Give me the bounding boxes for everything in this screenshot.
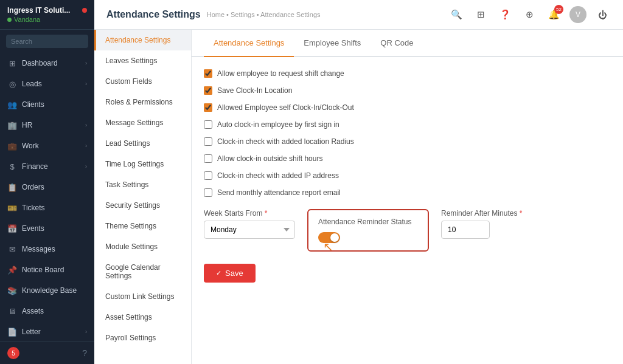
sidebar-item-hr[interactable]: 🏢 HR › <box>0 115 94 136</box>
tab-qr-code[interactable]: QR Code <box>371 30 423 57</box>
allowed-self-clock-checkbox[interactable] <box>204 103 212 112</box>
power-icon-button[interactable]: ⏻ <box>594 6 611 23</box>
dashboard-icon: ⊞ <box>7 58 17 68</box>
chevron-right-icon: › <box>85 60 87 66</box>
work-icon: 💼 <box>7 141 17 151</box>
auto-clock-in-checkbox[interactable] <box>204 120 212 129</box>
sidebar-item-notice-board[interactable]: 📌 Notice Board <box>0 259 94 280</box>
toggle-wrapper <box>318 232 418 243</box>
sidebar-item-label: HR <box>22 121 85 129</box>
left-panel-item-module-settings[interactable]: Module Settings <box>94 236 191 257</box>
checkbox-row-7: Clock-in check with added IP address <box>204 171 611 180</box>
left-panel-item-lead-settings[interactable]: Lead Settings <box>94 133 191 154</box>
red-dot-indicator <box>82 8 87 13</box>
checkbox-row-4: Auto clock-in employee by first sign in <box>204 120 611 129</box>
chevron-right-icon: › <box>85 143 87 149</box>
check-icon: ✓ <box>216 269 221 277</box>
auto-clock-in-label: Auto clock-in employee by first sign in <box>217 120 339 129</box>
content-area: Attendance Settings Leaves Settings Cust… <box>94 30 623 364</box>
orders-icon: 📋 <box>7 182 17 192</box>
sidebar-item-work[interactable]: 💼 Work › <box>0 136 94 156</box>
sidebar-nav: ⊞ Dashboard › ◎ Leads › 👥 Clients 🏢 HR ›… <box>0 53 94 342</box>
left-panel-item-google-calendar[interactable]: Google Calendar Settings <box>94 257 191 286</box>
sidebar-item-label: Leads <box>22 80 85 88</box>
left-panel-item-custom-fields[interactable]: Custom Fields <box>94 71 191 92</box>
user-name: Vandana <box>14 16 40 23</box>
checkbox-row-2: Save Clock-In Location <box>204 86 611 95</box>
checkbox-row-5: Clock-in check with added location Radiu… <box>204 137 611 146</box>
chevron-right-icon: › <box>85 122 87 128</box>
monthly-report-email-checkbox[interactable] <box>204 188 212 197</box>
left-panel-item-asset-settings[interactable]: Asset Settings <box>94 307 191 328</box>
search-icon-button[interactable]: 🔍 <box>448 6 465 23</box>
sidebar-item-label: Knowledge Base <box>22 286 87 295</box>
sidebar-item-label: Events <box>22 224 87 233</box>
left-panel-item-task-settings[interactable]: Task Settings <box>94 174 191 195</box>
sidebar: Ingress IT Soluti... Vandana ⊞ Dashboard… <box>0 0 94 364</box>
grid-icon-button[interactable]: ⊞ <box>472 6 489 23</box>
sidebar-item-clients[interactable]: 👥 Clients <box>0 94 94 115</box>
sidebar-item-orders[interactable]: 📋 Orders <box>0 177 94 197</box>
save-clock-in-location-label: Save Clock-In Location <box>217 86 292 95</box>
breadcrumb: Home • Settings • Attendance Settings <box>207 11 321 18</box>
sidebar-item-leads[interactable]: ◎ Leads › <box>0 74 94 94</box>
save-clock-in-location-checkbox[interactable] <box>204 86 212 95</box>
chevron-right-icon: › <box>85 329 87 335</box>
attendance-reminder-toggle[interactable] <box>318 232 340 243</box>
finance-icon: $ <box>7 162 17 171</box>
events-icon: 📅 <box>7 224 17 233</box>
left-panel-item-time-log-settings[interactable]: Time Log Settings <box>94 154 191 174</box>
sidebar-item-knowledge-base[interactable]: 📚 Knowledge Base <box>0 280 94 301</box>
chevron-right-icon: › <box>85 163 87 170</box>
checkbox-row-1: Allow employee to request shift change <box>204 69 611 78</box>
form-row-week-reminder: Week Starts From * Monday Tuesday Wednes… <box>204 209 611 252</box>
help-icon[interactable]: ? <box>82 348 87 358</box>
page-title: Attendance Settings <box>106 9 201 20</box>
sidebar-item-letter[interactable]: 📄 Letter › <box>0 321 94 342</box>
avatar[interactable]: V <box>569 6 586 23</box>
sidebar-item-label: Assets <box>22 307 87 315</box>
allow-shift-change-checkbox[interactable] <box>204 69 212 78</box>
sidebar-item-assets[interactable]: 🖥 Assets <box>0 301 94 321</box>
sidebar-item-dashboard[interactable]: ⊞ Dashboard › <box>0 53 94 74</box>
left-panel-item-security-settings[interactable]: Security Settings <box>94 195 191 216</box>
plus-icon-button[interactable]: ⊕ <box>521 6 538 23</box>
notification-icon-button[interactable]: 🔔 52 <box>545 6 562 23</box>
tab-attendance-settings[interactable]: Attendance Settings <box>204 30 294 57</box>
left-panel-item-message-settings[interactable]: Message Settings <box>94 112 191 133</box>
letter-icon: 📄 <box>7 327 17 337</box>
allow-clock-in-outside-checkbox[interactable] <box>204 154 212 163</box>
save-button-label: Save <box>225 269 243 278</box>
left-panel-item-leaves-settings[interactable]: Leaves Settings <box>94 50 191 71</box>
left-panel-item-attendance-settings[interactable]: Attendance Settings <box>94 30 191 50</box>
sidebar-item-label: Dashboard <box>22 59 85 67</box>
left-panel-item-payroll-settings[interactable]: Payroll Settings <box>94 328 191 348</box>
save-button[interactable]: ✓ Save <box>204 264 256 283</box>
left-panel-item-custom-link[interactable]: Custom Link Settings <box>94 286 191 307</box>
settings-form: Allow employee to request shift change S… <box>192 57 623 295</box>
left-panel: Attendance Settings Leaves Settings Cust… <box>94 30 192 364</box>
sidebar-item-messages[interactable]: ✉ Messages <box>0 239 94 259</box>
left-panel-item-roles-permissions[interactable]: Roles & Permissions <box>94 92 191 112</box>
monthly-report-email-label: Send monthly attendance report email <box>217 188 341 197</box>
sidebar-search-wrapper <box>0 30 94 53</box>
sidebar-item-tickets[interactable]: 🎫 Tickets <box>0 197 94 218</box>
reminder-after-minutes-input[interactable] <box>441 221 490 239</box>
allow-shift-change-label: Allow employee to request shift change <box>217 69 344 78</box>
help-circle-icon-button[interactable]: ❓ <box>496 6 513 23</box>
left-panel-item-theme-settings[interactable]: Theme Settings <box>94 216 191 236</box>
checkbox-row-8: Send monthly attendance report email <box>204 188 611 197</box>
sidebar-footer: 5 ? <box>0 342 94 364</box>
week-starts-from-group: Week Starts From * Monday Tuesday Wednes… <box>204 209 295 239</box>
sidebar-item-events[interactable]: 📅 Events <box>0 218 94 239</box>
clients-icon: 👥 <box>7 100 17 109</box>
sidebar-search-input[interactable] <box>6 35 88 48</box>
tab-employee-shifts[interactable]: Employee Shifts <box>294 30 371 57</box>
week-starts-from-select[interactable]: Monday Tuesday Wednesday Thursday Friday… <box>204 221 295 239</box>
sidebar-item-label: Finance <box>22 162 85 171</box>
clock-in-location-radius-checkbox[interactable] <box>204 137 212 146</box>
clock-in-ip-checkbox[interactable] <box>204 171 212 180</box>
sidebar-item-finance[interactable]: $ Finance › <box>0 156 94 177</box>
leads-icon: ◎ <box>7 79 17 89</box>
reminder-after-minutes-label: Reminder After Minutes * <box>441 209 522 218</box>
